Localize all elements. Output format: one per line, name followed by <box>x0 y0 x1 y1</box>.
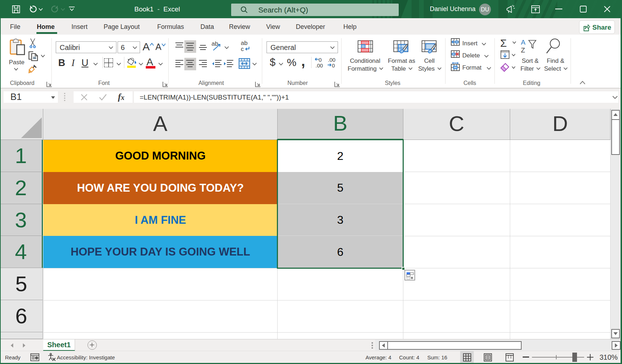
svg-text:.00: .00 <box>328 57 335 63</box>
svg-text:A: A <box>521 39 526 46</box>
svg-text:Z: Z <box>521 46 525 54</box>
svg-text:c: c <box>241 46 244 52</box>
svg-text:ab: ab <box>212 41 218 47</box>
svg-text:0: 0 <box>319 57 322 63</box>
svg-text:.00: .00 <box>315 62 323 68</box>
svg-text:0: 0 <box>332 62 335 68</box>
